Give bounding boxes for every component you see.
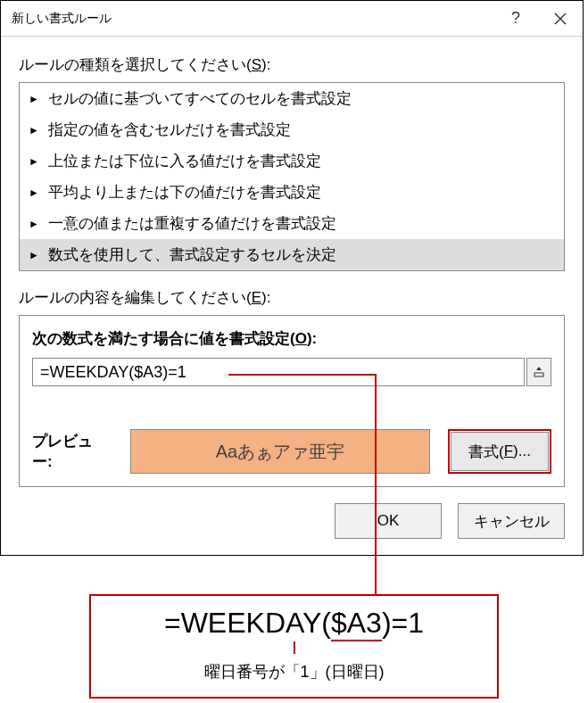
formula-row bbox=[32, 358, 551, 386]
rule-type-item[interactable]: ► 上位または下位に入る値だけを書式設定 bbox=[20, 145, 564, 177]
rule-type-list[interactable]: ► セルの値に基づいてすべてのセルを書式設定 ► 指定の値を含むセルだけを書式設… bbox=[19, 82, 565, 271]
collapse-icon bbox=[533, 366, 545, 378]
arrow-icon: ► bbox=[29, 93, 41, 105]
rule-type-text: 一意の値または重複する値だけを書式設定 bbox=[48, 213, 336, 234]
rule-type-label: ルールの種類を選択してください(S): bbox=[19, 54, 565, 75]
annotation-connector bbox=[294, 641, 295, 654]
callout-line bbox=[228, 374, 377, 376]
arrow-icon: ► bbox=[29, 186, 41, 199]
format-button[interactable]: 書式(F)... bbox=[451, 432, 549, 471]
arrow-icon: ► bbox=[29, 155, 41, 168]
rule-type-text: 平均より上または下の値だけを書式設定 bbox=[48, 182, 321, 203]
help-button[interactable]: ? bbox=[493, 1, 538, 37]
rule-type-item[interactable]: ► 指定の値を含むセルだけを書式設定 bbox=[20, 114, 564, 145]
rule-type-item[interactable]: ► 平均より上または下の値だけを書式設定 bbox=[20, 177, 564, 208]
rule-type-text: 指定の値を含むセルだけを書式設定 bbox=[48, 120, 291, 140]
dialog-button-row: OK キャンセル bbox=[19, 501, 565, 541]
annotation-formula: =WEEKDAY($A3)=1 bbox=[109, 607, 479, 641]
dialog-title: 新しい書式ルール bbox=[12, 11, 112, 27]
rule-type-item-selected[interactable]: ► 数式を使用して、書式設定するセルを決定 bbox=[20, 239, 564, 270]
edit-rule-label: ルールの内容を編集してください(E): bbox=[19, 287, 565, 308]
svg-rect-2 bbox=[534, 373, 543, 376]
new-format-rule-dialog: 新しい書式ルール ? ルールの種類を選択してください(S): ► セルの値に基づ… bbox=[0, 0, 584, 556]
preview-sample-text: Aaあぁアァ亜宇 bbox=[216, 440, 344, 464]
formula-input[interactable] bbox=[32, 358, 525, 386]
close-icon bbox=[554, 12, 567, 25]
rule-type-text: 数式を使用して、書式設定するセルを決定 bbox=[48, 244, 336, 265]
format-button-highlight: 書式(F)... bbox=[448, 429, 551, 474]
rule-type-item[interactable]: ► セルの値に基づいてすべてのセルを書式設定 bbox=[20, 83, 564, 114]
range-selector-button[interactable] bbox=[526, 358, 551, 386]
arrow-icon: ► bbox=[29, 218, 41, 230]
rule-editor-panel: 次の数式を満たす場合に値を書式設定(O): プレビュー: Aaあぁアァ亜宇 bbox=[19, 315, 565, 487]
preview-box: Aaあぁアァ亜宇 bbox=[130, 429, 430, 474]
annotation-cell-ref: $A3 bbox=[331, 607, 382, 641]
preview-row: プレビュー: Aaあぁアァ亜宇 書式(F)... bbox=[32, 429, 551, 474]
callout-line bbox=[375, 374, 377, 595]
rule-type-text: セルの値に基づいてすべてのセルを書式設定 bbox=[48, 88, 352, 109]
titlebar: 新しい書式ルール ? bbox=[1, 1, 583, 37]
arrow-icon: ► bbox=[29, 124, 41, 136]
formula-condition-label: 次の数式を満たす場合に値を書式設定(O): bbox=[32, 328, 551, 349]
annotation-caption: 曜日番号が「1」(日曜日) bbox=[109, 661, 479, 682]
ok-button[interactable]: OK bbox=[335, 503, 442, 539]
rule-type-text: 上位または下位に入る値だけを書式設定 bbox=[48, 151, 321, 171]
rule-type-item[interactable]: ► 一意の値または重複する値だけを書式設定 bbox=[20, 208, 564, 239]
cancel-button[interactable]: キャンセル bbox=[458, 503, 565, 539]
close-button[interactable] bbox=[538, 1, 583, 37]
arrow-icon: ► bbox=[29, 249, 41, 261]
titlebar-controls: ? bbox=[493, 1, 583, 36]
dialog-content: ルールの種類を選択してください(S): ► セルの値に基づいてすべてのセルを書式… bbox=[1, 37, 583, 555]
formula-annotation: =WEEKDAY($A3)=1 曜日番号が「1」(日曜日) bbox=[89, 594, 499, 699]
preview-label: プレビュー: bbox=[32, 431, 112, 472]
